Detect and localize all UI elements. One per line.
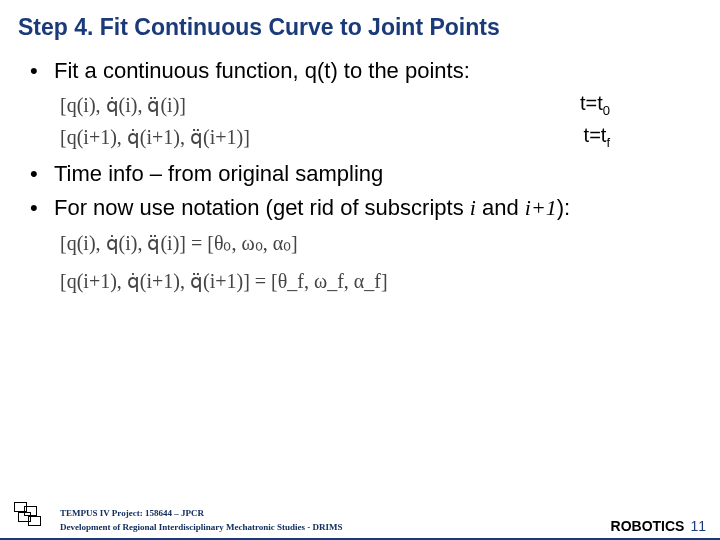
equation-final: [q(i+1), q̇(i+1), q̈(i+1)] = [θ_f, ω_f, … <box>60 269 680 293</box>
slide-content: Fit a continuous function, q(t) to the p… <box>0 47 720 293</box>
time-sub: f <box>606 135 610 150</box>
equation-row-2: [q(i+1), q̇(i+1), q̈(i+1)] t=tf <box>60 124 680 150</box>
page-number: 11 <box>690 518 706 534</box>
time-t0: t=t0 <box>580 92 610 118</box>
bullet-notation: For now use notation (get rid of subscri… <box>54 194 680 223</box>
course-label: ROBOTICS <box>611 518 685 534</box>
text-pre: For now use notation (get rid of subscri… <box>54 195 470 220</box>
footer-line1: TEMPUS IV Project: 158644 – JPCR <box>60 507 343 521</box>
time-sub: 0 <box>603 103 610 118</box>
text-post: ): <box>557 195 570 220</box>
equation-qi: [q(i), q̇(i), q̈(i)] <box>60 93 186 117</box>
footer-right: ROBOTICS 11 <box>611 518 706 534</box>
equation-row-1: [q(i), q̇(i), q̈(i)] t=t0 <box>60 92 680 118</box>
footer-line2: Development of Regional Interdisciplinar… <box>60 521 343 535</box>
text-i1: i+1 <box>525 195 557 220</box>
slide-title: Step 4. Fit Continuous Curve to Joint Po… <box>0 0 720 47</box>
equation-qi1: [q(i+1), q̇(i+1), q̈(i+1)] <box>60 125 250 149</box>
footer-project-info: TEMPUS IV Project: 158644 – JPCR Develop… <box>60 507 343 534</box>
equation-initial: [q(i), q̇(i), q̈(i)] = [θ₀, ω₀, α₀] <box>60 231 680 255</box>
text-and: and <box>476 195 525 220</box>
bullet-fit-function: Fit a continuous function, q(t) to the p… <box>54 57 680 86</box>
time-prefix: t=t <box>580 92 603 114</box>
time-tf: t=tf <box>584 124 610 150</box>
footer: TEMPUS IV Project: 158644 – JPCR Develop… <box>0 507 720 534</box>
time-prefix: t=t <box>584 124 607 146</box>
bullet-time-info: Time info – from original sampling <box>54 160 680 189</box>
